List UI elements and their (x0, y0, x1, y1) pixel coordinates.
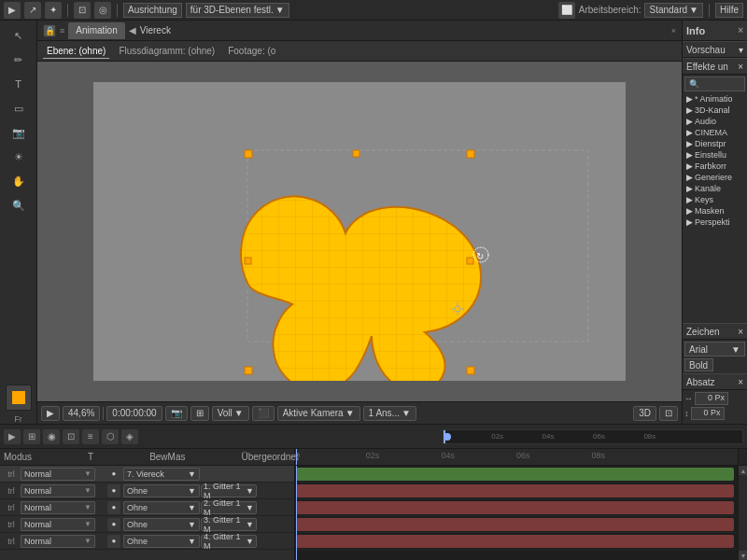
transparency-btn[interactable]: ⬛ (252, 406, 275, 421)
select-tool[interactable]: ↖ (6, 24, 32, 47)
row1-mode-dropdown[interactable]: Normal ▼ (21, 468, 95, 481)
effects-cat-perspektiv[interactable]: ▶ Perspekti (684, 217, 745, 228)
comp-lock-icon[interactable]: 🔒 (43, 24, 56, 37)
alignment-dropdown[interactable]: Ausrichtung (123, 3, 182, 18)
font-style[interactable]: Bold (684, 358, 713, 371)
select-icon[interactable]: ✦ (45, 2, 62, 19)
row3-sub-dropdown[interactable]: 2. Gitter 1 M ▼ (201, 501, 257, 514)
table-row[interactable]: trl Normal ▼ ● 7. Viereck ▼ (0, 466, 294, 483)
subtab-footage[interactable]: Footage: (o (224, 44, 279, 58)
snapshot-btn[interactable]: 📷 (165, 406, 188, 421)
effects-cat-dienst[interactable]: ▶ Dienstpr (684, 138, 745, 149)
zeichen-section[interactable]: Zeichen × (683, 323, 747, 340)
row4-mode-dropdown[interactable]: Normal ▼ (21, 518, 95, 531)
3d-btn[interactable]: 3D (633, 406, 656, 421)
tl-track-area[interactable] (295, 466, 738, 560)
view-dropdown[interactable]: 1 Ans... ▼ (363, 406, 416, 421)
row2-mode-dropdown[interactable]: Normal ▼ (21, 484, 95, 497)
absatz-x-input[interactable]: 0 Px (695, 392, 728, 405)
quality-dropdown[interactable]: Voll ▼ (212, 406, 249, 421)
tl-icon-6[interactable]: ◈ (121, 429, 138, 444)
subtab-ebene[interactable]: Ebene: (ohne) (43, 44, 109, 59)
camera-dropdown[interactable]: Aktive Kamera ▼ (277, 406, 360, 421)
help-dropdown[interactable]: Hilfe (715, 3, 743, 18)
effects-cat-animation[interactable]: ▶ * Animatio (684, 93, 745, 105)
row3-parent-dropdown[interactable]: Ohne ▼ (123, 501, 200, 514)
table-row[interactable]: trl Normal ▼ ● Ohne ▼ 1. Gitter 1 M ▼ (0, 483, 294, 499)
effekte-section[interactable]: Effekte un × (683, 58, 747, 75)
time-ruler[interactable]: 02s 04s 06s 08s (443, 429, 743, 444)
scroll-up-btn[interactable]: ▲ (739, 466, 747, 475)
row4-parent-dropdown[interactable]: Ohne ▼ (123, 518, 200, 531)
comp-close-icon[interactable]: × (671, 26, 676, 35)
zeichen-close-icon[interactable]: × (738, 327, 743, 337)
row2-sub-dropdown[interactable]: 1. Gitter 1 M ▼ (201, 484, 257, 497)
row1-parent-dropdown[interactable]: 7. Viereck ▼ (123, 468, 200, 481)
camera-icon[interactable]: ⊡ (74, 2, 91, 19)
effects-cat-einstell[interactable]: ▶ Einstellu (684, 149, 745, 161)
playback-icon[interactable]: ▶ (41, 406, 60, 421)
grid-btn[interactable]: ⊞ (190, 406, 209, 421)
shape-tool[interactable]: ▭ (6, 97, 32, 119)
row4-sub-dropdown[interactable]: 3. Gitter 1 M ▼ (201, 518, 257, 531)
row1-visibility-icon[interactable]: ● (107, 468, 120, 481)
table-row[interactable]: trl Normal ▼ ● Ohne ▼ 4. Gitter 1 M ▼ (0, 533, 294, 550)
vorschau-section[interactable]: Vorschau ▾ (683, 41, 747, 58)
zoom-tool[interactable]: 🔍 (6, 194, 32, 217)
effects-cat-keys[interactable]: ▶ Keys (684, 194, 745, 205)
camera-tool[interactable]: 📷 (6, 121, 32, 144)
row3-visibility-icon[interactable]: ● (107, 501, 120, 514)
effects-cat-3d[interactable]: ▶ 3D-Kanal (684, 105, 745, 116)
comp-tab-animation[interactable]: Animation (68, 22, 124, 39)
font-selector[interactable]: Arial ▼ (684, 342, 745, 357)
play-icon[interactable]: ▶ (4, 429, 21, 444)
effects-cat-cinema[interactable]: ▶ CINEMA (684, 127, 745, 138)
workspace-dropdown[interactable]: Standard ▼ (644, 3, 703, 18)
row5-visibility-icon[interactable]: ● (107, 535, 120, 548)
row5-mode-dropdown[interactable]: Normal ▼ (21, 535, 95, 548)
cat-label-2: Audio (695, 117, 716, 126)
row2-parent-dropdown[interactable]: Ohne ▼ (123, 484, 200, 497)
alignment-option-dropdown[interactable]: für 3D-Ebenen festl. ▼ (186, 3, 289, 18)
subtab-fluss[interactable]: Flussdiagramm: (ohne) (115, 44, 218, 58)
tl-icon-2[interactable]: ◉ (43, 429, 60, 444)
render-btn[interactable]: ⊡ (659, 406, 678, 421)
effects-cat-generiere[interactable]: ▶ Generiere (684, 172, 745, 183)
tl-icon-3[interactable]: ⊡ (63, 429, 79, 444)
row2-visibility-icon[interactable]: ● (107, 484, 120, 497)
row4-visibility-icon[interactable]: ● (107, 518, 120, 531)
effects-search[interactable]: 🔍 (684, 77, 745, 91)
pen-tool[interactable]: ✏ (6, 49, 32, 71)
effekte-close-icon[interactable]: × (738, 62, 743, 72)
text-tool[interactable]: T (6, 73, 32, 95)
table-row[interactable]: trl Normal ▼ ● Ohne ▼ 3. Gitter 1 M ▼ (0, 516, 294, 533)
scroll-down-btn[interactable]: ▼ (739, 551, 747, 560)
effects-cat-farbkorr[interactable]: ▶ Farbkorr (684, 161, 745, 172)
row3-mode-dropdown[interactable]: Normal ▼ (21, 501, 95, 514)
timecode-display[interactable]: 0:00:00:00 (106, 406, 162, 421)
row5-parent-dropdown[interactable]: Ohne ▼ (123, 535, 200, 548)
light-tool[interactable]: ☀ (6, 146, 32, 168)
info-close-btn[interactable]: × (738, 25, 743, 35)
comp-options-icon[interactable]: ≡ (60, 26, 64, 35)
effects-cat-audio[interactable]: ▶ Audio (684, 116, 745, 127)
row1-mode-arrow-icon: ▼ (84, 469, 92, 478)
color-swatch[interactable] (6, 385, 32, 411)
effects-cat-masken[interactable]: ▶ Masken (684, 205, 745, 217)
effects-cat-kanale[interactable]: ▶ Kanäle (684, 183, 745, 194)
comp-nav-arrow[interactable]: ◀ (129, 25, 136, 35)
comp-canvas[interactable]: ↻ (37, 62, 682, 401)
tl-icon-5[interactable]: ⬡ (102, 429, 119, 444)
absatz-y-input[interactable]: 0 Px (691, 407, 725, 420)
absatz-section[interactable]: Absatz × (683, 373, 747, 390)
hand-tool[interactable]: ✋ (6, 170, 32, 192)
scroll-track[interactable] (739, 475, 747, 551)
row5-sub-dropdown[interactable]: 4. Gitter 1 M ▼ (201, 535, 257, 548)
tl-icon-4[interactable]: ≡ (82, 429, 99, 444)
zoom-display[interactable]: 44,6% (63, 406, 100, 421)
table-row[interactable]: trl Normal ▼ ● Ohne ▼ 2. Gitter 1 M ▼ (0, 499, 294, 516)
absatz-close-icon[interactable]: × (738, 377, 743, 387)
tl-icon-1[interactable]: ⊞ (23, 429, 40, 444)
orbit-icon[interactable]: ◎ (94, 2, 111, 19)
arrow-icon[interactable]: ↗ (24, 2, 41, 19)
